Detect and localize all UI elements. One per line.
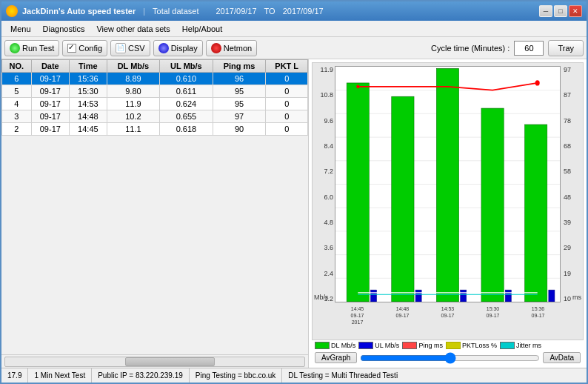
date-to: TO	[264, 7, 275, 16]
cell-time: 15:36	[70, 73, 107, 85]
chart-area: 11.9 10.8 9.6 8.4 7.2 6.0 4.8 3.6 2.4 1.…	[312, 62, 584, 340]
legend-ping-color	[402, 342, 417, 349]
title-bar: JackDinn's Auto speed tester | Total dat…	[1, 1, 587, 21]
table-row[interactable]: 509-1715:309.800.611950	[2, 85, 308, 98]
config-check-icon	[67, 44, 76, 53]
status-public-ip: Public IP = 83.220.239.19	[92, 368, 190, 383]
status-next-test: 1 Min Next Test	[28, 368, 92, 383]
cell-pkt: 0	[266, 85, 308, 98]
chart-controls: AvGraph AvData	[312, 351, 584, 365]
cell-ul: 0.655	[160, 110, 213, 123]
legend-jitter-color	[500, 342, 515, 349]
menu-help[interactable]: Help/About	[176, 23, 228, 35]
y-axis-right: 97 87 78 68 58 48 39 29 19 10	[562, 66, 583, 302]
csv-button[interactable]: 📄 CSV	[110, 40, 150, 56]
cell-date: 09-17	[31, 98, 69, 110]
cell-dl: 8.89	[107, 73, 159, 85]
scroll-thumb[interactable]	[125, 357, 215, 366]
app-title: JackDinn's Auto speed tester	[22, 7, 136, 16]
status-dl-testing: DL Testing = Multi Threaded Testi	[282, 368, 587, 383]
cell-time: 15:30	[70, 85, 107, 98]
cell-date: 09-17	[31, 123, 69, 136]
date-end: 2017/09/17	[283, 7, 324, 16]
cell-date: 09-17	[31, 110, 69, 123]
cell-ping: 95	[213, 98, 266, 110]
legend-ping-label: Ping ms	[418, 342, 443, 349]
x-axis: 14:4509-172017 14:4809-17 14:5309-17 15:…	[335, 302, 561, 340]
legend-area: DL Mb/s UL Mb/s Ping ms PKTLoss % Jitter…	[312, 340, 584, 351]
cycle-input[interactable]	[514, 41, 544, 56]
table-header-row: NO. Date Time DL Mb/s UL Mb/s Ping ms PK…	[2, 60, 308, 73]
col-header-ping: Ping ms	[213, 60, 266, 73]
svg-rect-13	[436, 68, 458, 302]
table-row[interactable]: 309-1714:4810.20.655970	[2, 110, 308, 123]
legend-jitter: Jitter ms	[500, 342, 541, 349]
ms-label: ms	[572, 294, 581, 301]
cell-no: 4	[2, 98, 32, 110]
cell-ping: 95	[213, 85, 266, 98]
svg-point-20	[356, 85, 359, 88]
table-row[interactable]: 409-1714:5311.90.624950	[2, 98, 308, 110]
col-header-ul: UL Mb/s	[160, 60, 213, 73]
netmon-icon	[211, 43, 221, 53]
menu-menu[interactable]: Menu	[4, 23, 37, 35]
legend-ping: Ping ms	[402, 342, 443, 349]
title-bar-left: JackDinn's Auto speed tester | Total dat…	[6, 5, 324, 17]
cycle-area: Cycle time (Minutes) : Tray	[431, 40, 584, 56]
right-panel: 11.9 10.8 9.6 8.4 7.2 6.0 4.8 3.6 2.4 1.…	[309, 59, 587, 368]
cell-date: 09-17	[31, 73, 69, 85]
legend-dl: DL Mb/s	[315, 342, 355, 349]
col-header-no: NO.	[2, 60, 32, 73]
legend-dl-label: DL Mb/s	[331, 342, 355, 349]
csv-icon: 📄	[116, 43, 126, 53]
maximize-button[interactable]: □	[554, 5, 567, 17]
horizontal-scrollbar[interactable]	[4, 357, 305, 367]
minimize-button[interactable]: ─	[539, 5, 552, 17]
menu-bar: Menu Diagnostics View other data sets He…	[1, 21, 587, 37]
cell-no: 5	[2, 85, 32, 98]
legend-dl-color	[315, 342, 330, 349]
table-container: NO. Date Time DL Mb/s UL Mb/s Ping ms PK…	[1, 59, 308, 354]
svg-rect-15	[481, 108, 504, 302]
cell-no: 3	[2, 110, 32, 123]
svg-rect-18	[549, 290, 555, 302]
cell-pkt: 0	[266, 98, 308, 110]
svg-point-19	[535, 80, 540, 85]
status-value: 17.9	[1, 368, 28, 383]
run-test-button[interactable]: Run Test	[4, 40, 59, 56]
menu-diagnostics[interactable]: Diagnostics	[37, 23, 91, 35]
legend-pkt: PKTLoss %	[446, 342, 497, 349]
svg-rect-12	[415, 290, 421, 302]
col-header-time: Time	[70, 60, 107, 73]
cell-dl: 11.9	[107, 98, 159, 110]
svg-rect-17	[525, 125, 547, 302]
status-bar: 17.9 1 Min Next Test Public IP = 83.220.…	[1, 368, 587, 383]
chart-grid	[335, 66, 561, 302]
config-button[interactable]: Config	[62, 40, 107, 56]
cell-date: 09-17	[31, 85, 69, 98]
cell-dl: 10.2	[107, 110, 159, 123]
display-icon	[158, 43, 169, 53]
menu-view-other[interactable]: View other data sets	[90, 23, 176, 35]
run-icon	[10, 43, 20, 53]
av-graph-button[interactable]: AvGraph	[315, 352, 357, 363]
chart-svg	[335, 67, 560, 302]
netmon-button[interactable]: Netmon	[206, 40, 258, 56]
cell-ul: 0.611	[160, 85, 213, 98]
table-row[interactable]: 209-1714:4511.10.618900	[2, 123, 308, 136]
table-row[interactable]: 609-1715:368.890.610960	[2, 73, 308, 85]
tray-button[interactable]: Tray	[548, 40, 584, 56]
cell-no: 6	[2, 73, 32, 85]
cell-no: 2	[2, 123, 32, 136]
close-button[interactable]: ✕	[569, 5, 582, 17]
cell-ping: 96	[213, 73, 266, 85]
av-data-button[interactable]: AvData	[543, 352, 581, 363]
cell-ul: 0.624	[160, 98, 213, 110]
display-button[interactable]: Display	[153, 40, 203, 56]
horizontal-scrollbar-area	[1, 354, 308, 368]
cycle-label: Cycle time (Minutes) :	[431, 44, 510, 53]
left-panel: NO. Date Time DL Mb/s UL Mb/s Ping ms PK…	[1, 59, 309, 368]
app-icon	[6, 5, 18, 17]
y-axis-left: 11.9 10.8 9.6 8.4 7.2 6.0 4.8 3.6 2.4 1.…	[313, 66, 335, 302]
chart-slider[interactable]	[360, 353, 540, 363]
